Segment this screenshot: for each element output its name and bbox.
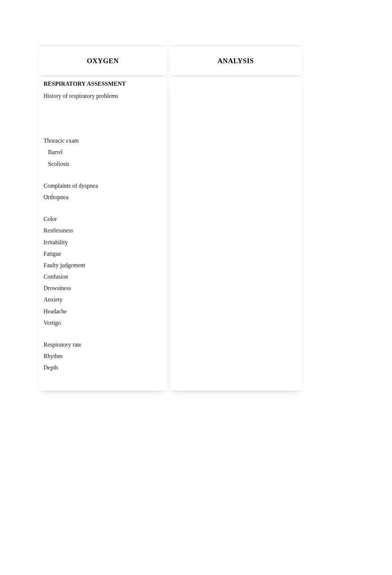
assessment-item: History of respiratory problems: [44, 92, 162, 99]
assessment-item: Irritability: [44, 239, 162, 246]
assessment-item: Vertigo: [44, 319, 162, 326]
group-spacer: [44, 205, 162, 215]
document-page: OXYGEN ANALYSIS RESPIRATORY ASSESSMENT H…: [36, 35, 302, 392]
assessment-item: Drowsiness: [44, 285, 162, 292]
assessment-item: Rhythm: [44, 353, 162, 360]
oxygen-column-body: RESPIRATORY ASSESSMENT History of respir…: [38, 77, 167, 391]
header-spacer-left: [38, 36, 167, 45]
assessment-item: Barrel: [44, 149, 162, 156]
table-header-spacer-row: [38, 36, 302, 45]
assessment-item: Fatigue: [44, 250, 162, 257]
assessment-item: Restlessness: [44, 227, 162, 234]
assessment-item: Headache: [44, 308, 162, 315]
assessment-item: Orthopnea: [44, 194, 162, 201]
assessment-item: Respiratory rate: [44, 341, 162, 348]
group-spacer: [44, 104, 162, 137]
section-heading-respiratory: RESPIRATORY ASSESSMENT: [44, 81, 162, 87]
assessment-item: Confusion: [44, 273, 162, 280]
assessment-item: Scoliosis: [44, 160, 162, 167]
assessment-item: Anxiety: [44, 296, 162, 303]
assessment-item: Faulty judgement: [44, 262, 162, 269]
group-spacer: [44, 331, 162, 341]
column-title-analysis: ANALYSIS: [169, 47, 302, 75]
assessment-item: Color: [44, 215, 162, 222]
column-title-oxygen: OXYGEN: [38, 47, 167, 75]
analysis-column-body: [169, 77, 302, 391]
table-title-row: OXYGEN ANALYSIS: [38, 47, 302, 75]
group-spacer: [44, 172, 162, 182]
header-spacer-right: [169, 36, 302, 45]
assessment-item: Depth: [44, 364, 162, 371]
assessment-table: OXYGEN ANALYSIS RESPIRATORY ASSESSMENT H…: [36, 35, 304, 392]
assessment-item: Complaints of dyspnea: [44, 182, 162, 189]
assessment-item: Thoracic exam: [44, 137, 162, 144]
table-body-row: RESPIRATORY ASSESSMENT History of respir…: [38, 77, 302, 391]
